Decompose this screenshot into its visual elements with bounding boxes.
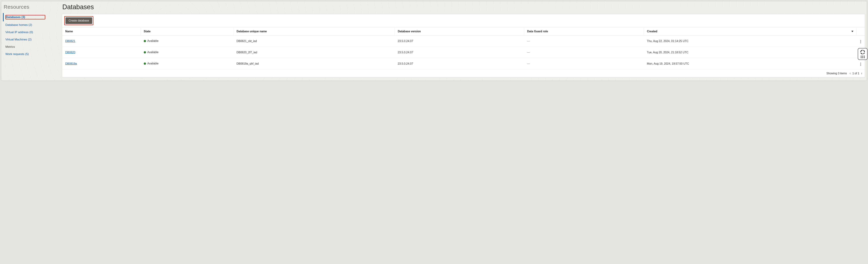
cell-created: Tue, Aug 20, 2024, 21:18:52 UTC xyxy=(644,47,857,58)
row-actions-button[interactable] xyxy=(860,62,862,66)
status-text: Available xyxy=(147,62,159,65)
sidebar-item-work-requests[interactable]: Work requests (5) xyxy=(3,51,59,58)
next-page-button[interactable]: › xyxy=(861,71,862,75)
table-footer: Showing 3 items ‹ 1 of 1 › xyxy=(62,69,865,77)
showing-count: Showing 3 items xyxy=(827,72,847,75)
help-widget[interactable] xyxy=(858,48,867,60)
col-name[interactable]: Name xyxy=(62,27,141,36)
annotation-highlight: Databases (3) xyxy=(5,15,45,20)
col-version[interactable]: Database version xyxy=(395,27,524,36)
databases-table: Name State Database unique name Database… xyxy=(62,27,865,69)
cell-created: Thu, Aug 22, 2024, 01:14:25 UTC xyxy=(644,36,857,47)
sort-desc-icon xyxy=(851,31,854,32)
main-content: Databases Create database Name State Dat… xyxy=(62,3,865,77)
sidebar-title: Resources xyxy=(4,4,59,10)
app-frame: Resources Databases (3) Database homes (… xyxy=(1,1,867,81)
panel-toolbar: Create database xyxy=(62,14,865,27)
sidebar-item-db-homes[interactable]: Database homes (2) xyxy=(3,21,59,29)
databases-panel: Create database Name State Database uniq… xyxy=(62,14,865,77)
page-title: Databases xyxy=(62,3,865,11)
col-actions xyxy=(857,27,865,36)
sidebar: Resources Databases (3) Database homes (… xyxy=(3,3,59,77)
col-created-label: Created xyxy=(647,30,657,33)
table-row: DB0821AvailableDB0821_ckt_iad23.5.0.24.0… xyxy=(62,36,865,47)
cell-created: Mon, Aug 19, 2024, 19:57:50 UTC xyxy=(644,58,857,69)
prev-page-button[interactable]: ‹ xyxy=(849,71,850,75)
status-dot-icon xyxy=(144,51,146,54)
sidebar-item-label: Metrics xyxy=(5,45,15,48)
cell-version: 23.5.0.24.07 xyxy=(395,36,524,47)
cell-unique-name: DB0821_ckt_iad xyxy=(233,36,395,47)
status-dot-icon xyxy=(144,63,146,65)
sidebar-item-label: Database homes (2) xyxy=(5,23,32,27)
col-state[interactable]: State xyxy=(141,27,234,36)
cell-dg-role: — xyxy=(524,58,644,69)
cell-version: 23.5.0.24.07 xyxy=(395,47,524,58)
sidebar-item-vip[interactable]: Virtual IP address (0) xyxy=(3,29,59,36)
cell-dg-role: — xyxy=(524,47,644,58)
grid-icon xyxy=(861,56,865,58)
sidebar-item-label: Databases (3) xyxy=(6,15,25,19)
status-badge: Available xyxy=(144,51,159,54)
sidebar-nav: Databases (3) Database homes (2) Virtual… xyxy=(3,13,59,58)
row-actions-button[interactable] xyxy=(860,39,862,44)
status-text: Available xyxy=(147,39,159,42)
support-icon xyxy=(860,50,865,54)
sidebar-item-vms[interactable]: Virtual Machines (2) xyxy=(3,36,59,43)
database-link[interactable]: DB0819a xyxy=(65,62,77,65)
sidebar-item-metrics[interactable]: Metrics xyxy=(3,43,59,51)
sidebar-item-label: Virtual Machines (2) xyxy=(5,38,32,41)
table-row: DB0820AvailableDB0820_2f7_iad23.5.0.24.0… xyxy=(62,47,865,58)
sidebar-item-label: Virtual IP address (0) xyxy=(5,31,33,34)
col-unique-name[interactable]: Database unique name xyxy=(233,27,395,36)
cell-dg-role: — xyxy=(524,36,644,47)
table-row: DB0819aAvailableDB0819a_qhf_iad23.5.0.24… xyxy=(62,58,865,69)
status-badge: Available xyxy=(144,62,159,65)
database-link[interactable]: DB0820 xyxy=(65,51,75,54)
database-link[interactable]: DB0821 xyxy=(65,40,75,42)
pager: ‹ 1 of 1 › xyxy=(849,71,862,75)
page-indicator: 1 of 1 xyxy=(852,72,859,75)
col-dg-role[interactable]: Data Guard role xyxy=(524,27,644,36)
annotation-highlight: Create database xyxy=(64,16,93,25)
sidebar-item-databases[interactable]: Databases (3) xyxy=(3,13,59,21)
status-dot-icon xyxy=(144,40,146,42)
cell-version: 23.5.0.24.07 xyxy=(395,58,524,69)
status-text: Available xyxy=(147,51,159,54)
sidebar-item-label: Work requests (5) xyxy=(5,53,29,56)
cell-unique-name: DB0820_2f7_iad xyxy=(233,47,395,58)
status-badge: Available xyxy=(144,39,159,42)
create-database-button[interactable]: Create database xyxy=(65,18,92,24)
cell-unique-name: DB0819a_qhf_iad xyxy=(233,58,395,69)
col-created[interactable]: Created xyxy=(644,27,857,36)
